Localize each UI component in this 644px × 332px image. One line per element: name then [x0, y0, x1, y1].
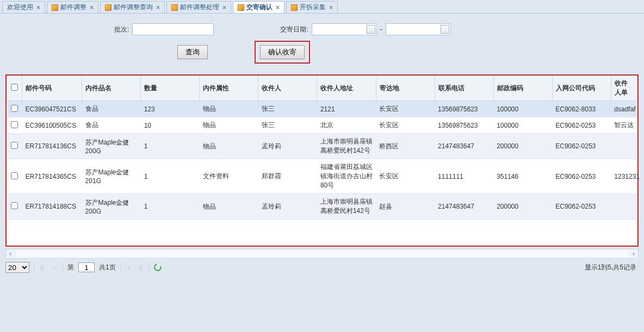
select-all-checkbox[interactable]	[11, 84, 18, 91]
tab-5[interactable]: 开拆采集×	[286, 1, 338, 13]
tab-4[interactable]: 交寄确认×	[233, 1, 284, 13]
tab-label: 邮件调整	[60, 3, 86, 12]
cell-zip: 100000	[493, 101, 552, 117]
batch-input[interactable]	[132, 23, 214, 35]
column-header[interactable]: 邮政编码	[493, 76, 552, 101]
row-checkbox[interactable]	[11, 142, 18, 149]
cell-phone: 13569875623	[435, 101, 493, 117]
column-header[interactable]: 内件属性	[200, 76, 258, 101]
package-icon	[238, 4, 244, 11]
row-checkbox[interactable]	[11, 202, 18, 209]
row-checkbox[interactable]	[11, 172, 18, 179]
pager: 20 |‹ ‹ 第 共1页 › ›| 显示1到5,共5记录	[5, 261, 639, 274]
cell-corp: EC9062-0253	[552, 134, 611, 159]
first-page-button[interactable]: |‹	[39, 264, 46, 271]
cell-qty: 10	[141, 117, 200, 134]
cell-addr: 2121	[317, 101, 376, 117]
cell-unit	[611, 194, 637, 220]
column-header[interactable]: 入网公司代码	[552, 76, 611, 101]
column-header[interactable]: 收件人地址	[317, 76, 376, 101]
cell-qty: 123	[141, 101, 200, 117]
table-row[interactable]: ER717814136CS苏产Maple金健200G1物品孟玲莉上海市崇明县庙镇…	[7, 134, 637, 159]
page-number-input[interactable]	[78, 262, 95, 272]
cell-attr: 物品	[200, 194, 258, 220]
refresh-icon[interactable]	[152, 262, 163, 272]
cell-code: ER717814136CS	[22, 134, 82, 159]
page-size-select[interactable]: 20	[5, 262, 29, 273]
prev-page-button[interactable]: ‹	[51, 264, 58, 271]
cell-name: 苏产Maple金健200G	[82, 194, 141, 220]
last-page-button[interactable]: ›|	[137, 264, 145, 271]
confirm-receive-button[interactable]: 确认收寄	[260, 45, 305, 59]
cell-name: 苏产Maple金健200G	[82, 134, 141, 159]
cell-corp: EC9062-0253	[552, 194, 611, 220]
cell-corp: EC9062-0253	[552, 117, 611, 134]
tab-1[interactable]: 邮件调整×	[47, 1, 98, 13]
column-header[interactable]: 内件品名	[82, 76, 141, 101]
cell-phone: 2147483647	[435, 194, 493, 220]
cell-qty: 1	[141, 194, 200, 220]
scroll-right-icon[interactable]: ›	[629, 249, 638, 258]
column-header[interactable]: 寄达地	[376, 76, 435, 101]
horizontal-scrollbar[interactable]: ‹ ›	[5, 249, 639, 259]
tab-label: 交寄确认	[246, 3, 273, 12]
close-icon[interactable]: ×	[155, 4, 160, 11]
row-checkbox[interactable]	[11, 105, 18, 112]
date-to-input[interactable]	[386, 23, 451, 35]
next-page-button[interactable]: ›	[125, 264, 133, 271]
column-header[interactable]: 收件人	[258, 76, 317, 101]
scrollbar-track[interactable]	[16, 250, 628, 258]
package-icon	[291, 4, 298, 11]
cell-recv: 孟玲莉	[258, 134, 317, 159]
cell-phone: 13569875623	[435, 117, 493, 134]
cell-name: 食品	[82, 101, 141, 117]
package-icon	[105, 4, 112, 11]
cell-name: 食品	[82, 117, 141, 134]
cell-name: 苏产Maple金健201G	[82, 159, 141, 194]
table-row[interactable]: ER717814188CS苏产Maple金健200G1物品孟玲莉上海市崇明县庙镇…	[7, 194, 637, 220]
cell-recv: 张三	[258, 117, 317, 134]
cell-zip: 200000	[493, 194, 552, 220]
date-separator: -	[380, 26, 382, 33]
close-icon[interactable]: ×	[89, 4, 94, 11]
package-icon	[171, 4, 178, 11]
calendar-icon[interactable]	[367, 25, 375, 34]
column-header[interactable]: 邮件号码	[22, 76, 82, 101]
cell-attr: 物品	[200, 101, 258, 117]
scroll-left-icon[interactable]: ‹	[6, 249, 15, 258]
tab-2[interactable]: 邮件调整查询×	[100, 1, 165, 13]
data-table-wrap: 邮件号码内件品名数量内件属性收件人收件人地址寄达地联系电话邮政编码入网公司代码收…	[5, 74, 639, 247]
table-row[interactable]: ER717814365CS苏产Maple金健201G1文件资料郑群霞福建省莆田荔…	[7, 159, 637, 194]
column-header[interactable]: 收件人单	[611, 76, 637, 101]
cell-dest: 赵县	[376, 194, 435, 220]
close-icon[interactable]: ×	[328, 4, 333, 11]
cell-zip: 100000	[493, 117, 552, 134]
cell-dest: 长安区	[376, 117, 435, 134]
cell-dest: 桥西区	[376, 134, 435, 159]
confirm-highlight: 确认收寄	[255, 41, 310, 64]
column-header[interactable]: 联系电话	[435, 76, 493, 101]
tab-label: 欢迎使用	[7, 3, 33, 12]
close-icon[interactable]: ×	[275, 4, 280, 11]
cell-addr: 北京	[317, 117, 376, 134]
row-checkbox[interactable]	[11, 121, 18, 128]
page-label-pre: 第	[67, 263, 74, 272]
close-icon[interactable]: ×	[35, 4, 40, 11]
calendar-icon[interactable]	[441, 25, 449, 34]
cell-attr: 物品	[200, 117, 258, 134]
tab-label: 邮件调整查询	[114, 3, 153, 12]
tab-0[interactable]: 欢迎使用×	[2, 1, 45, 13]
data-table: 邮件号码内件品名数量内件属性收件人收件人地址寄达地联系电话邮政编码入网公司代码收…	[7, 76, 637, 220]
close-icon[interactable]: ×	[221, 4, 226, 11]
table-row[interactable]: EC396047521CS食品123物品张三2121长安区13569875623…	[7, 101, 637, 117]
cell-qty: 1	[141, 159, 200, 194]
date-from-input[interactable]	[312, 23, 377, 35]
query-button[interactable]: 查询	[177, 45, 208, 59]
table-row[interactable]: EC396100505CS食品10物品张三北京长安区13569875623100…	[7, 117, 637, 134]
column-header[interactable]: 数量	[141, 76, 200, 101]
cell-unit: 1231231	[611, 159, 637, 194]
cell-recv: 张三	[258, 101, 317, 117]
batch-label: 批次:	[114, 25, 129, 34]
tab-3[interactable]: 邮件调整处理×	[166, 1, 231, 13]
tab-label: 邮件调整处理	[180, 3, 219, 12]
